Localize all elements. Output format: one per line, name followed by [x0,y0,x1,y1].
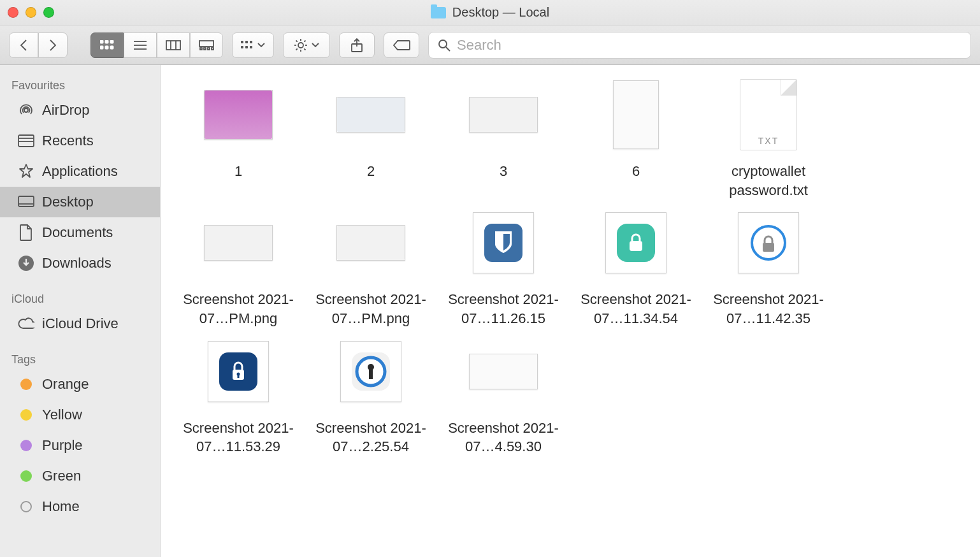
tag-dot-icon [18,468,34,484]
sidebar-item-airdrop[interactable]: AirDrop [0,95,160,126]
file-name: Screenshot 2021-07…4.59.30 [440,419,567,456]
share-button[interactable] [339,33,375,58]
tag-dot-icon [18,437,34,454]
file-thumbnail [204,90,273,140]
svg-rect-1 [105,40,108,43]
file-thumbnail [473,212,534,273]
svg-rect-0 [100,40,103,43]
file-item[interactable]: TXTcryptowallet password.txt [702,79,835,199]
sidebar-item-desktop[interactable]: Desktop [0,187,160,217]
svg-rect-46 [238,375,240,378]
sidebar-item-documents[interactable]: Documents [0,217,160,248]
sidebar-tag-purple[interactable]: Purple [0,430,160,461]
search-field[interactable] [428,32,971,59]
chevron-left-icon [19,39,28,52]
svg-rect-36 [18,135,34,147]
sidebar-item-icloud-drive[interactable]: iCloud Drive [0,308,160,339]
file-item[interactable]: Screenshot 2021-07…PM.png [172,207,305,328]
file-thumbnail [469,354,538,389]
back-button[interactable] [9,33,38,58]
chevron-down-icon [257,43,265,48]
gallery-icon [199,40,214,50]
gallery-view-button[interactable] [190,33,223,58]
svg-rect-22 [250,46,252,48]
forward-button[interactable] [38,33,68,58]
svg-line-30 [304,40,305,41]
svg-rect-18 [245,41,248,43]
sidebar-tag-green[interactable]: Green [0,461,160,491]
view-mode-group [90,33,223,58]
file-name: 3 [500,162,507,181]
column-view-button[interactable] [157,33,190,58]
cloud-icon [18,315,34,332]
file-thumbnail [613,80,659,149]
file-item[interactable]: Screenshot 2021-07…4.59.30 [437,336,570,456]
sidebar-item-downloads[interactable]: Downloads [0,248,160,278]
gear-icon [294,38,308,52]
file-thumbnail [336,97,405,133]
svg-rect-20 [241,46,243,48]
group-by-button[interactable] [232,33,274,58]
close-window-button[interactable] [8,7,18,18]
file-thumbnail [738,212,799,273]
file-item[interactable]: Screenshot 2021-07…11.53.29 [172,336,305,456]
search-icon [438,39,450,52]
sidebar-item-applications[interactable]: Applications [0,156,160,187]
sidebar-item-label: Documents [42,224,113,241]
file-item[interactable]: 2 [305,79,437,199]
action-menu-button[interactable] [283,33,330,58]
file-browser[interactable]: 1236TXTcryptowallet password.txtScreensh… [161,65,980,557]
svg-rect-16 [212,48,213,50]
zoom-window-button[interactable] [43,7,54,18]
svg-rect-19 [250,41,252,43]
sidebar-item-label: Orange [42,376,89,393]
list-view-button[interactable] [124,33,157,58]
tags-button[interactable] [384,33,419,58]
file-thumbnail [204,225,273,261]
file-name: Screenshot 2021-07…11.53.29 [175,419,302,456]
sidebar-tag-yellow[interactable]: Yellow [0,400,160,430]
svg-rect-2 [110,40,113,43]
file-item[interactable]: 6 [570,79,702,199]
columns-icon [166,40,181,50]
sidebar-tag-orange[interactable]: Orange [0,369,160,400]
svg-rect-4 [105,46,108,49]
window-title: Desktop — Local [0,5,980,20]
file-name: Screenshot 2021-07…11.42.35 [705,290,832,328]
sidebar-item-label: Desktop [42,194,94,210]
chevron-down-icon [312,43,319,48]
sidebar-item-label: AirDrop [42,102,90,119]
search-input[interactable] [457,37,962,54]
tag-dot-icon [18,376,34,393]
svg-rect-9 [166,41,180,50]
icon-view-button[interactable] [90,33,124,58]
file-item[interactable]: Screenshot 2021-07…11.26.15 [437,207,570,328]
svg-line-31 [296,48,298,50]
sidebar-tag-home[interactable]: Home [0,491,160,522]
minimize-window-button[interactable] [25,7,36,18]
airdrop-icon [18,102,34,119]
sidebar-item-label: Downloads [42,255,112,271]
svg-rect-14 [204,48,206,50]
file-item[interactable]: 3 [437,79,570,199]
file-name: 1 [234,162,242,181]
sidebar-item-label: iCloud Drive [42,315,119,332]
file-name: cryptowallet password.txt [705,162,832,199]
file-item[interactable]: 1 [172,79,305,199]
file-item[interactable]: Screenshot 2021-07…PM.png [305,207,437,328]
sidebar: Favourites AirDrop Recents Applications … [0,65,161,557]
txt-file-icon: TXT [740,79,797,150]
folder-icon [431,7,446,18]
file-thumbnail [469,97,538,133]
file-name: 2 [367,162,375,181]
file-item[interactable]: Screenshot 2021-07…2.25.54 [305,336,437,456]
desktop-icon [18,194,34,210]
file-thumbnail [340,341,401,402]
recents-icon [18,133,34,149]
file-item[interactable]: Screenshot 2021-07…11.42.35 [702,207,835,328]
svg-point-23 [298,43,303,48]
file-item[interactable]: Screenshot 2021-07…11.34.54 [570,207,702,328]
sidebar-item-recents[interactable]: Recents [0,126,160,156]
list-icon [133,40,147,50]
tag-dot-icon [18,407,34,423]
